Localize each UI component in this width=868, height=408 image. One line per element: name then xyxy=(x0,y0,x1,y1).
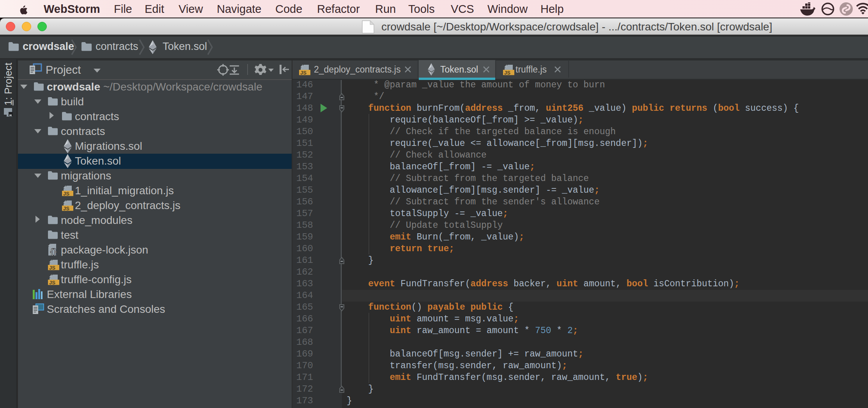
svg-text:{}: {} xyxy=(50,247,57,256)
svg-text:JS: JS xyxy=(63,206,69,211)
svg-text:JS: JS xyxy=(49,265,55,271)
svg-text:JS: JS xyxy=(49,280,55,286)
svg-text:JS: JS xyxy=(300,70,306,76)
svg-text:JS: JS xyxy=(504,70,510,76)
svg-text:JS: JS xyxy=(63,191,69,197)
